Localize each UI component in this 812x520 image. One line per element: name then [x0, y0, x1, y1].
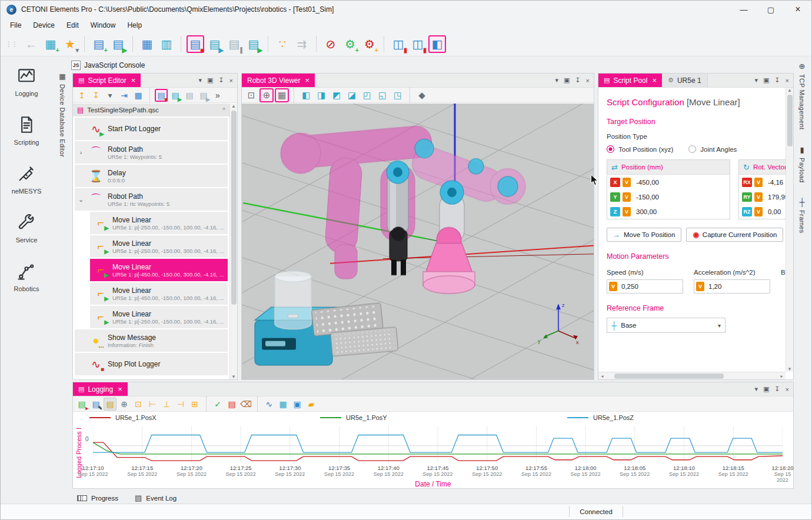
tab-ur5e-1[interactable]: ⚙ UR5e 1 [662, 74, 708, 87]
tab-script-pool[interactable]: ▤ Script Pool × [598, 74, 662, 87]
plot-config-icon[interactable]: ▤▸ [75, 398, 88, 411]
tile-rows-icon[interactable]: ◫▮ [409, 35, 427, 53]
scroll-down-icon[interactable]: ▼ [787, 366, 792, 372]
tree-item-show-message[interactable]: ●…Show MessageInformation: Finish [75, 329, 228, 352]
view-fit-icon[interactable]: ⊡ [244, 88, 258, 102]
reference-frame-dropdown[interactable]: ┼ Base ▾ [607, 318, 726, 333]
tree-item-move-linear[interactable]: ⌐▶Move LinearUR5e 1: p[-450.00, -150.00,… [90, 259, 228, 281]
acceleration-input[interactable]: V 1,20 [694, 279, 770, 294]
scroll-thumb[interactable] [614, 374, 724, 379]
script-pool-close-icon[interactable]: × [652, 76, 657, 85]
tree-item-move-linear[interactable]: ⌐▶Move LinearUR5e 1: p[-250.00, -150.00,… [90, 235, 228, 258]
tree-item-start-plot-logger[interactable]: ∿▶Start Plot Logger [75, 118, 228, 140]
view-top-icon[interactable]: ◰ [360, 88, 374, 102]
panel-pin-icon[interactable]: ↧ [774, 385, 780, 393]
scroll-left-icon[interactable]: ◂ [598, 374, 606, 379]
sidebar-item-robotics[interactable]: Robotics [1, 252, 52, 301]
logging-close-icon[interactable]: × [118, 385, 122, 394]
robot-3d-scene[interactable]: z x y [242, 104, 594, 379]
orbit-icon[interactable]: ⊕ [259, 88, 274, 102]
tab-robot-3d-viewer[interactable]: Robot 3D Viewer × [242, 74, 315, 87]
tile-columns-icon[interactable]: ◫▮ [390, 35, 407, 53]
scroll-right-icon[interactable]: ▸ [778, 374, 786, 379]
tree-root-collapse-icon[interactable]: ^ [222, 107, 225, 114]
panel-menu-icon[interactable]: ▾ [555, 76, 558, 84]
menu-window[interactable]: Window [85, 19, 122, 31]
indent-step-icon[interactable]: ⇥ [118, 89, 131, 102]
menu-help[interactable]: Help [121, 19, 148, 31]
sidebar-item-service[interactable]: Service [1, 204, 52, 252]
scroll-down-icon[interactable]: ▼ [231, 374, 236, 379]
axis-bottom-icon[interactable]: ⊥ [160, 398, 173, 411]
menu-device[interactable]: Device [27, 19, 61, 31]
start-script-icon[interactable]: ▤▶ [109, 35, 127, 53]
favorites-icon[interactable]: ★▾ [61, 35, 79, 53]
plot-export-icon[interactable]: ▤✎ [89, 398, 102, 411]
axis-add-icon[interactable]: ⊞ [188, 398, 201, 411]
view-right-icon[interactable]: ◪ [345, 88, 359, 102]
unit-badge[interactable]: V [754, 178, 763, 187]
panel-float-icon[interactable]: ▣ [763, 385, 769, 393]
right-tab-payload[interactable]: ▮Payload [793, 145, 811, 183]
maximize-button[interactable]: ▢ [757, 1, 784, 18]
tile-mixed-icon[interactable]: ◧ [428, 35, 446, 53]
apply-icon[interactable]: ✓ [211, 398, 224, 411]
right-tab-frames[interactable]: ┼Frames [793, 198, 811, 234]
legend-entry-ur5e-1-posx[interactable]: UR5e_1.PosX [89, 414, 157, 421]
menu-file[interactable]: File [4, 19, 27, 31]
step-script-icon[interactable]: ▤▶ [197, 89, 210, 102]
speed-unit-badge[interactable]: V [609, 282, 617, 291]
notes-icon[interactable]: ▤ [104, 398, 117, 411]
tree-root-item[interactable]: ▤ TestSingleStepPath.qsc ^ [73, 104, 229, 116]
tree-item-robot-path[interactable]: ⌄⌒Robot PathUR5e 1: rtc Waypoints: 5 [75, 188, 228, 211]
panel-menu-icon[interactable]: ▾ [754, 385, 758, 393]
unit-badge[interactable]: V [754, 192, 763, 202]
tree-item-move-linear[interactable]: ⌐▶Move LinearUR5e 1: p[-250.00, -150.00,… [90, 306, 228, 328]
view-iso-icon[interactable]: ◳ [391, 88, 405, 102]
scroll-up-icon[interactable]: ▲ [787, 88, 792, 93]
add-step-icon[interactable]: ↥ [75, 89, 88, 102]
script-tree-scrollbar[interactable]: ▲ ▼ [229, 104, 237, 379]
emergency-stop-icon[interactable]: ⊘ [322, 35, 340, 53]
script-pause-icon[interactable]: ▤∥ [225, 35, 243, 53]
add-device-icon[interactable]: ▦+ [42, 35, 59, 53]
tree-item-move-linear[interactable]: ⌐▶Move LinearUR5e 1: p[-450.00, -150.00,… [90, 282, 228, 305]
scroll-up-icon[interactable]: ▲ [231, 104, 236, 109]
tree-item-delay[interactable]: ⌛Delay0:0:6:0 [75, 165, 228, 187]
sidebar-item-logging[interactable]: Logging [1, 57, 52, 106]
open-data-icon[interactable]: ▰ [305, 398, 318, 411]
step-mode-icon[interactable]: ∵ [274, 35, 291, 53]
axis-frame-icon[interactable]: ⊡ [132, 398, 145, 411]
view-bottom-icon[interactable]: ◱ [375, 88, 390, 102]
panel-float-icon[interactable]: ▣ [207, 76, 213, 84]
tree-item-move-linear[interactable]: ⌐▶Move LinearUR5e 1: p[-250.00, -150.00,… [90, 212, 228, 234]
tab-logging[interactable]: ▤ Logging × [73, 382, 128, 396]
axis-right-icon[interactable]: ⊣ [174, 398, 187, 411]
minimize-button[interactable]: — [730, 1, 757, 18]
process-stop-icon[interactable]: ⚙+ [361, 35, 378, 53]
toolbar-overflow-icon[interactable]: » [211, 89, 224, 102]
step-over-icon[interactable]: ⇉ [293, 35, 311, 53]
tab-progress[interactable]: Progress [77, 494, 118, 502]
zoom-icon[interactable]: ⊕ [118, 398, 131, 411]
eraser-icon[interactable]: ⌫ [239, 398, 252, 411]
toolbar-drag-handle[interactable]: ⋮⋮ [5, 40, 17, 48]
panel-close-icon[interactable]: × [786, 386, 789, 393]
unit-badge[interactable]: V [623, 207, 631, 216]
panel-float-icon[interactable]: ▣ [564, 76, 570, 84]
panel-float-icon[interactable]: ▣ [763, 76, 769, 84]
view-left-icon[interactable]: ◩ [330, 88, 344, 102]
process-start-icon[interactable]: ⚙+ [341, 35, 359, 53]
chart-plot-area[interactable]: 0 [93, 426, 783, 462]
plot-view-icon[interactable]: ▤▶ [206, 35, 224, 53]
tab-javascript-console[interactable]: JS JavaScript Console [71, 59, 145, 71]
grid-toggle-icon[interactable]: ▦ [275, 88, 289, 102]
unit-badge[interactable]: V [623, 178, 631, 187]
insert-step-icon[interactable]: ↧ [89, 89, 102, 102]
panel-close-icon[interactable]: × [586, 77, 590, 84]
tree-expander-icon[interactable]: ⌄ [78, 196, 84, 204]
panel-menu-icon[interactable]: ▾ [754, 76, 758, 84]
sidebar-item-scripting[interactable]: Scripting [1, 106, 52, 155]
move-to-position-button[interactable]: → Move To Position [607, 228, 681, 242]
script-pool-hscrollbar[interactable]: ◂ ▸ [598, 372, 786, 379]
